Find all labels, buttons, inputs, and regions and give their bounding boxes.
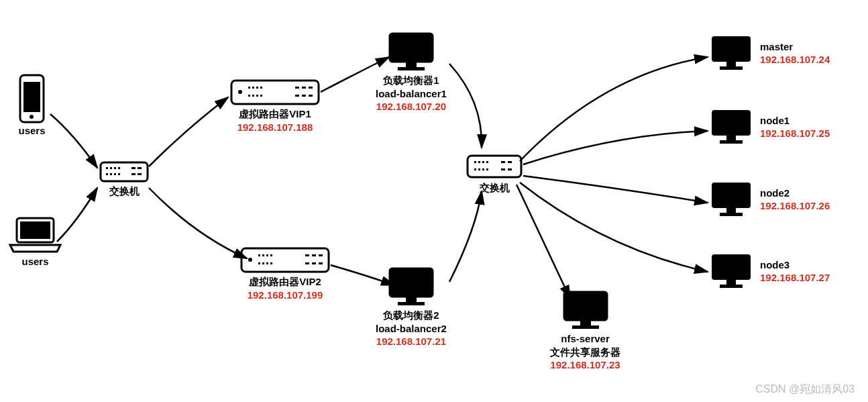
router-icon [228,77,322,107]
svg-rect-8 [114,167,116,169]
svg-rect-64 [486,168,488,170]
svg-rect-51 [406,62,417,67]
watermark: CSDN @宛如清风03 [755,383,855,397]
node1-ip: 192.168.107.25 [760,127,830,140]
svg-rect-60 [486,161,488,163]
svg-rect-68 [508,168,512,170]
svg-rect-26 [256,95,258,97]
svg-rect-72 [712,36,751,62]
monitor-icon [708,252,755,291]
svg-rect-79 [726,208,736,213]
svg-rect-32 [302,95,306,97]
nfs-ip: 192.168.107.23 [550,358,620,372]
users2-label: users [7,255,64,268]
svg-rect-43 [270,262,272,264]
lb2: 负载均衡器2 load-balancer2 192.168.107.21 [376,265,447,348]
switch-icon [99,161,150,185]
svg-rect-49 [319,262,323,264]
svg-rect-42 [266,262,268,264]
svg-rect-67 [501,168,505,170]
svg-rect-16 [131,173,135,175]
lb1-line1: 负载均衡器1 [376,74,447,87]
svg-rect-81 [712,254,751,280]
svg-rect-21 [252,87,254,89]
svg-rect-15 [138,167,142,169]
svg-rect-52 [398,67,425,70]
lb1: 负载均衡器1 load-balancer1 192.168.107.20 [376,30,447,113]
vip2: 虚拟路由器VIP2 192.168.107.199 [238,245,332,301]
switch2: 交换机 [466,154,523,195]
monitor-icon [384,30,438,74]
svg-rect-46 [319,254,323,256]
master-label: master [760,40,830,54]
node3: node3 192.168.107.27 [708,252,830,291]
svg-rect-57 [474,161,476,163]
switch1: 交换机 [99,161,150,198]
svg-rect-44 [305,254,309,256]
monitor-icon [708,180,755,219]
svg-rect-70 [580,320,591,325]
svg-rect-31 [295,95,299,97]
svg-rect-78 [712,183,751,208]
lb1-ip: 192.168.107.20 [376,100,447,113]
lb2-ip: 192.168.107.21 [376,335,447,348]
svg-rect-59 [482,161,484,163]
svg-rect-80 [720,213,743,216]
node2-label: node2 [760,187,830,200]
svg-rect-55 [398,302,425,305]
svg-rect-30 [309,87,313,89]
switch-icon [466,154,523,181]
svg-rect-14 [131,167,135,169]
nfs-line2: 文件共享服务器 [550,346,620,359]
svg-rect-12 [114,173,116,175]
svg-rect-18 [231,81,319,104]
node3-ip: 192.168.107.27 [760,271,830,285]
svg-rect-37 [262,254,264,256]
vip1: 虚拟路由器VIP1 192.168.107.188 [228,77,322,134]
svg-point-19 [238,90,242,94]
nfs-line1: nfs-server [550,332,620,346]
node1: node1 192.168.107.25 [708,107,830,146]
svg-rect-83 [720,285,743,288]
svg-rect-20 [248,87,250,89]
svg-rect-4 [20,221,50,239]
svg-rect-10 [106,173,108,175]
svg-rect-77 [720,140,743,144]
svg-point-2 [30,115,34,119]
svg-rect-28 [295,87,299,89]
monitor-icon [708,34,755,72]
svg-rect-9 [118,167,120,169]
svg-rect-5 [101,162,148,181]
svg-rect-27 [260,95,262,97]
node2-ip: 192.168.107.26 [760,199,830,213]
svg-rect-62 [478,168,480,170]
lb2-line2: load-balancer2 [376,322,447,336]
switch2-label: 交换机 [466,181,523,195]
svg-rect-13 [118,173,120,175]
svg-rect-48 [312,262,316,264]
lb1-line2: load-balancer1 [376,87,447,101]
svg-rect-74 [720,66,743,70]
svg-rect-39 [270,254,272,256]
svg-rect-34 [241,248,329,272]
svg-rect-75 [712,110,751,136]
phone-icon [17,74,47,124]
master-ip: 192.168.107.24 [760,53,830,66]
svg-rect-63 [482,168,484,170]
svg-rect-66 [508,161,512,163]
laptop-icon [7,215,64,255]
nfs: nfs-server 文件共享服务器 192.168.107.23 [550,289,620,372]
svg-rect-38 [266,254,268,256]
svg-rect-29 [302,87,306,89]
users-phone: users [17,74,47,138]
svg-rect-61 [474,168,476,170]
svg-rect-6 [106,167,108,169]
svg-rect-65 [501,161,505,163]
svg-rect-11 [110,173,112,175]
svg-rect-40 [258,262,260,264]
monitor-icon [384,265,438,309]
vip1-label: 虚拟路由器VIP1 [228,107,322,121]
svg-rect-73 [726,62,736,66]
node1-label: node1 [760,114,830,128]
svg-rect-7 [110,167,112,169]
